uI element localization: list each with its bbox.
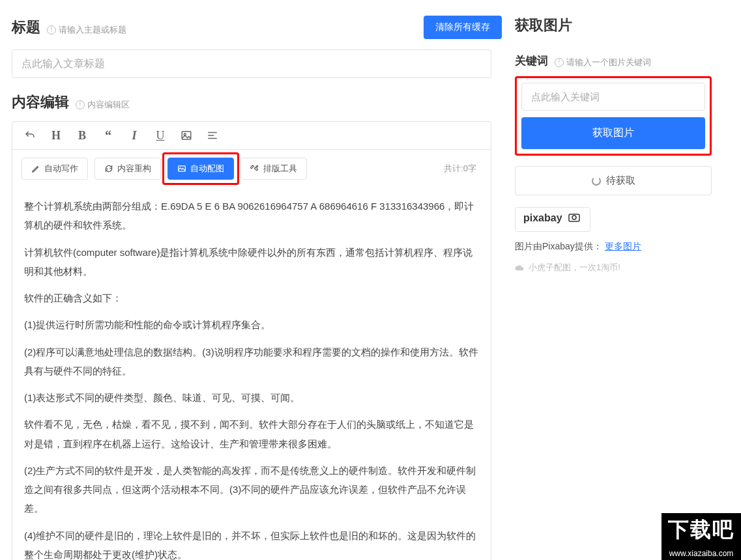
format-toolbar: H B “ I U <box>12 122 491 150</box>
watermark-logo: 下载吧 <box>661 513 741 547</box>
svg-rect-0 <box>182 132 191 139</box>
paragraph: (1)表达形式不同的硬件类型、颜色、味道、可见、可摸、可闻。 <box>24 388 479 407</box>
keyword-header: 关键词 ! 请输入一个图片关键词 <box>515 53 712 68</box>
footer-note: 小虎子配图，一次1淘币! <box>515 262 712 273</box>
auto-image-button[interactable]: 自动配图 <box>167 158 234 180</box>
heading-icon[interactable]: H <box>49 128 63 143</box>
keyword-label: 关键词 <box>515 53 548 68</box>
article-title-input[interactable] <box>12 49 491 78</box>
get-image-title: 获取图片 <box>515 16 712 35</box>
info-icon: ! <box>555 58 564 67</box>
tools-icon <box>250 164 259 173</box>
paragraph: (4)维护不同的硬件是旧的，理论上软件是旧的，并不坏，但实际上软件也是旧的和坏的… <box>24 526 479 561</box>
quote-icon[interactable]: “ <box>101 128 115 143</box>
image-icon[interactable] <box>179 128 194 143</box>
title-label: 标题 <box>12 18 40 37</box>
cloud-icon <box>515 264 525 272</box>
paragraph: (1)提供运行时所需功能和性能的命令或计算机程序集合。 <box>24 315 479 334</box>
keyword-highlight: 获取图片 <box>515 76 712 156</box>
align-left-icon[interactable] <box>205 128 220 143</box>
underline-icon[interactable]: U <box>153 128 167 143</box>
watermark: 下载吧 www.xiazaiba.com <box>661 513 741 560</box>
info-icon: ! <box>47 25 56 35</box>
auto-image-highlight: 自动配图 <box>167 158 234 180</box>
restructure-button[interactable]: 内容重构 <box>94 158 161 180</box>
pending-button[interactable]: 待获取 <box>515 166 712 195</box>
auto-write-button[interactable]: 自动写作 <box>22 158 88 180</box>
editor-box: H B “ I U 自动写作 内容重构 <box>12 121 491 560</box>
spinner-icon <box>592 176 601 186</box>
paragraph: 整个计算机系统由两部分组成：E.69DA 5 E 6 BA 9062616964… <box>24 197 479 235</box>
paragraph: 软件的正确含义如下： <box>24 288 479 307</box>
title-header: 标题 ! 请输入主题或标题 清除所有缓存 <box>12 16 502 39</box>
svg-text:pixabay: pixabay <box>523 212 562 223</box>
get-image-button[interactable]: 获取图片 <box>521 117 705 149</box>
info-icon: ! <box>76 100 85 109</box>
bold-icon[interactable]: B <box>75 128 89 143</box>
editor-hint: ! 内容编辑区 <box>76 99 130 111</box>
italic-icon[interactable]: I <box>127 128 141 143</box>
keyword-input[interactable] <box>521 83 705 111</box>
keyword-hint: ! 请输入一个图片关键词 <box>555 57 651 68</box>
watermark-url: www.xiazaiba.com <box>661 547 741 560</box>
pencil-icon <box>31 164 40 173</box>
pixabay-badge: pixabay <box>515 207 590 232</box>
svg-point-6 <box>256 165 257 167</box>
word-count: 共计:0字 <box>444 163 482 175</box>
undo-icon[interactable] <box>23 128 37 143</box>
editor-label: 内容编辑 <box>12 92 69 112</box>
action-toolbar: 自动写作 内容重构 自动配图 排版工具 共计:0字 <box>12 150 491 188</box>
more-images-link[interactable]: 更多图片 <box>605 241 641 251</box>
main-editor-panel: 标题 ! 请输入主题或标题 清除所有缓存 内容编辑 ! 内容编辑区 H B “ <box>0 0 502 560</box>
editor-content[interactable]: 整个计算机系统由两部分组成：E.69DA 5 E 6 BA 9062616964… <box>12 188 491 560</box>
paragraph: 软件看不见，无色，枯燥，看不见，摸不到，闻不到。软件大部分存在于人们的头脑或纸上… <box>24 415 479 453</box>
svg-point-9 <box>572 216 576 219</box>
paragraph: (2)程序可以满意地处理信息的数据结构。(3)说明程序功能要求和程序需要的文档的… <box>24 343 479 381</box>
pixabay-logo-icon: pixabay <box>523 212 582 225</box>
paragraph: (2)生产方式不同的软件是开发，是人类智能的高发挥，而不是传统意义上的硬件制造。… <box>24 461 479 518</box>
title-hint: ! 请输入主题或标题 <box>47 24 126 36</box>
clear-cache-button[interactable]: 清除所有缓存 <box>424 16 502 39</box>
layout-tool-button[interactable]: 排版工具 <box>240 158 307 180</box>
paragraph: 计算机软件(computer software)是指计算机系统中除硬件以外的所有… <box>24 243 479 281</box>
pixabay-credit: 图片由Pixabay提供： 更多图片 <box>515 241 712 253</box>
refresh-icon <box>104 164 113 173</box>
image-sidebar: 获取图片 关键词 ! 请输入一个图片关键词 获取图片 待获取 pixabay 图… <box>502 0 723 560</box>
picture-icon <box>177 164 186 173</box>
